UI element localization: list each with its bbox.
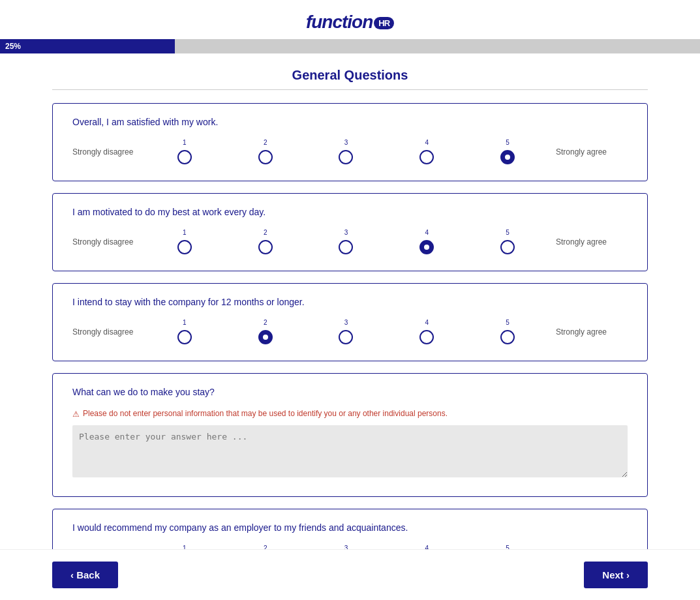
logo: functionHR xyxy=(306,12,394,32)
logo-text: function xyxy=(306,12,373,32)
radio-option[interactable]: 2 xyxy=(258,229,273,254)
radio-option[interactable]: 2 xyxy=(258,319,273,344)
radio-option[interactable]: 2 xyxy=(258,139,273,164)
radio-option[interactable]: 1 xyxy=(177,319,192,344)
rating-row-1: Strongly disagree 1 2 3 4 xyxy=(72,139,628,164)
radio-num: 1 xyxy=(183,319,187,326)
text-answer-input[interactable] xyxy=(72,425,628,477)
radio-option[interactable]: 4 xyxy=(419,229,434,254)
radio-option[interactable]: 1 xyxy=(177,139,192,164)
question-text-3: I intend to stay with the company for 12… xyxy=(72,297,628,307)
logo-badge: HR xyxy=(374,17,394,29)
radio-num: 3 xyxy=(344,229,348,236)
question-card-4: What can we do to make you stay? ⚠ Pleas… xyxy=(52,373,648,497)
radio-option[interactable]: 5 xyxy=(500,229,515,254)
radio-group-2: 1 2 3 4 5 xyxy=(144,229,548,254)
radio-num: 2 xyxy=(264,139,267,146)
radio-group-1: 1 2 3 4 5 xyxy=(144,139,548,164)
radio-circle[interactable] xyxy=(500,330,515,344)
rating-label-right-2: Strongly agree xyxy=(556,237,628,247)
rating-row-3: Strongly disagree 1 2 3 4 xyxy=(72,319,628,344)
radio-option[interactable]: 3 xyxy=(339,229,353,254)
radio-num: 2 xyxy=(264,229,267,236)
question-card-3: I intend to stay with the company for 12… xyxy=(52,283,648,361)
section-title: General Questions xyxy=(0,53,700,89)
warning-text: ⚠ Please do not enter personal informati… xyxy=(72,409,628,419)
radio-circle[interactable] xyxy=(339,330,353,344)
question-text-2: I am motivated to do my best at work eve… xyxy=(72,207,628,217)
radio-group-3: 1 2 3 4 5 xyxy=(144,319,548,344)
question-card-2: I am motivated to do my best at work eve… xyxy=(52,193,648,271)
radio-num: 1 xyxy=(183,229,187,236)
warning-icon: ⚠ xyxy=(72,410,80,419)
question-text-4: What can we do to make you stay? xyxy=(72,387,628,397)
section-divider xyxy=(52,89,648,90)
radio-num: 5 xyxy=(506,139,510,146)
question-text-1: Overall, I am satisfied with my work. xyxy=(72,117,628,127)
question-card-1: Overall, I am satisfied with my work. St… xyxy=(52,103,648,181)
radio-circle[interactable] xyxy=(419,330,434,344)
radio-circle[interactable] xyxy=(177,150,192,164)
radio-num: 3 xyxy=(344,319,348,326)
radio-num: 1 xyxy=(183,139,187,146)
radio-num: 5 xyxy=(506,229,510,236)
radio-num: 4 xyxy=(425,139,429,146)
radio-circle[interactable] xyxy=(177,330,192,344)
rating-label-left-1: Strongly disagree xyxy=(72,147,144,157)
radio-circle[interactable] xyxy=(258,240,273,254)
question-text-5: I would recommend my company as an emplo… xyxy=(72,522,628,533)
radio-circle[interactable] xyxy=(419,150,434,164)
radio-option[interactable]: 3 xyxy=(339,139,353,164)
rating-label-left-3: Strongly disagree xyxy=(72,327,144,337)
radio-num: 4 xyxy=(425,319,429,326)
radio-option[interactable]: 4 xyxy=(419,319,434,344)
radio-option[interactable]: 1 xyxy=(177,229,192,254)
radio-option[interactable]: 3 xyxy=(339,319,353,344)
radio-circle-selected[interactable] xyxy=(258,330,273,344)
radio-num: 4 xyxy=(425,229,429,236)
radio-num: 5 xyxy=(506,319,510,326)
radio-option[interactable]: 5 xyxy=(500,139,515,164)
progress-label: 25% xyxy=(0,39,700,53)
radio-circle[interactable] xyxy=(177,240,192,254)
rating-label-right-3: Strongly agree xyxy=(556,327,628,337)
rating-label-left-2: Strongly disagree xyxy=(72,237,144,247)
radio-option[interactable]: 4 xyxy=(419,139,434,164)
radio-num: 3 xyxy=(344,139,348,146)
radio-circle[interactable] xyxy=(500,240,515,254)
back-button[interactable]: ‹ Back xyxy=(52,562,118,588)
header: functionHR xyxy=(0,0,700,39)
radio-circle[interactable] xyxy=(339,150,353,164)
radio-circle[interactable] xyxy=(339,240,353,254)
rating-row-2: Strongly disagree 1 2 3 4 xyxy=(72,229,628,254)
footer: ‹ Back Next › xyxy=(0,549,700,600)
rating-label-right-1: Strongly agree xyxy=(556,147,628,157)
radio-num: 2 xyxy=(264,319,267,326)
radio-option[interactable]: 5 xyxy=(500,319,515,344)
radio-circle-selected[interactable] xyxy=(419,240,434,254)
radio-circle-selected[interactable] xyxy=(500,150,515,164)
next-button[interactable]: Next › xyxy=(584,562,648,588)
progress-bar-container: 25% xyxy=(0,39,700,53)
questions-container: Overall, I am satisfied with my work. St… xyxy=(0,103,700,600)
radio-circle[interactable] xyxy=(258,150,273,164)
warning-message: Please do not enter personal information… xyxy=(83,409,448,418)
